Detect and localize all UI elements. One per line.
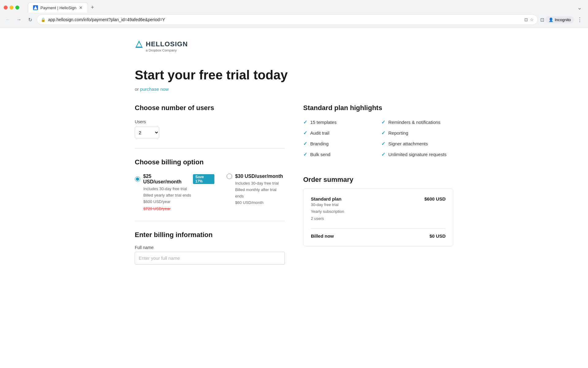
purchase-link-line: or purchase now: [135, 86, 453, 92]
billing-option-yearly: $25 USD/user/month Save 17% Includes 30-…: [135, 174, 214, 211]
check-icon-3: ✓: [381, 130, 385, 136]
full-name-input[interactable]: [135, 252, 285, 265]
check-icon-7: ✓: [381, 151, 385, 157]
highlight-text-5: Signer attachments: [388, 141, 428, 146]
tab-title: Payment | HelloSign: [40, 6, 77, 10]
maximize-window-button[interactable]: [15, 6, 19, 10]
order-plan-info: Standard plan 30-day free trial Yearly s…: [311, 196, 344, 222]
window-controls: [4, 6, 19, 10]
save-badge-yearly: Save 17%: [193, 174, 214, 184]
full-name-group: Full name: [135, 245, 285, 265]
order-plan-name: Standard plan: [311, 196, 344, 201]
incognito-label: Incognito: [555, 17, 571, 22]
divider-1: [135, 148, 285, 148]
lock-icon: 🔒: [41, 17, 46, 22]
order-plan-price: $600 USD: [424, 196, 446, 201]
billed-now-price: $0 USD: [429, 233, 446, 239]
billing-monthly-detail: Includes 30-day free trial Billed monthl…: [235, 180, 285, 206]
billing-yearly-price: $25 USD/user/month: [143, 174, 190, 185]
highlight-text-7: Unlimited signature requests: [388, 152, 447, 157]
billed-now-label: Billed now: [311, 233, 334, 239]
purchase-now-link[interactable]: purchase now: [140, 86, 169, 92]
refresh-button[interactable]: ↻: [26, 15, 34, 24]
order-summary-box: Standard plan 30-day free trial Yearly s…: [303, 189, 453, 246]
billing-yearly-original: $720 USD/year: [143, 206, 214, 211]
new-tab-button[interactable]: +: [88, 2, 97, 13]
page-title: Start your free trial today: [135, 67, 453, 83]
highlight-text-3: Reporting: [388, 130, 408, 136]
users-section-title: Choose number of users: [135, 104, 285, 112]
incognito-button[interactable]: 👤 Incognito: [545, 16, 574, 23]
check-icon-1: ✓: [381, 119, 385, 125]
highlight-text-6: Bulk send: [310, 152, 330, 157]
order-plan-details: 30-day free trial Yearly subscription 2 …: [311, 201, 344, 222]
bookmark-icon[interactable]: ☆: [530, 17, 534, 22]
tab-strip-more[interactable]: ⌄: [577, 4, 584, 11]
billing-monthly-price: $30 USD/user/month: [235, 174, 283, 179]
order-row-plan: Standard plan 30-day free trial Yearly s…: [311, 196, 446, 222]
logo-area: HELLOSIGN a Dropbox Company: [135, 40, 453, 52]
svg-marker-0: [34, 6, 37, 10]
tab-favicon: [33, 5, 38, 10]
highlight-item-5: ✓ Signer attachments: [381, 141, 453, 147]
minimize-window-button[interactable]: [9, 6, 13, 10]
billing-option-monthly-header: $30 USD/user/month: [227, 174, 285, 179]
or-text: or: [135, 86, 139, 92]
back-button[interactable]: ←: [4, 15, 12, 24]
highlight-item-0: ✓ 15 templates: [303, 119, 375, 125]
url-text: app.hellosign.com/info/payment?plan_id=4…: [48, 17, 522, 22]
highlight-item-7: ✓ Unlimited signature requests: [381, 151, 453, 157]
logo-text: HELLOSIGN: [146, 40, 188, 48]
right-col: Standard plan highlights ✓ 15 templates …: [303, 104, 453, 269]
cast-icon[interactable]: ⊡: [524, 17, 528, 22]
highlight-text-4: Branding: [310, 141, 329, 146]
billing-yearly-detail: Includes 30-day free trial Billed yearly…: [143, 186, 214, 205]
check-icon-0: ✓: [303, 119, 307, 125]
hellosign-logo-icon: [135, 40, 143, 48]
billing-option-monthly: $30 USD/user/month Includes 30-day free …: [227, 174, 285, 211]
browser-titlebar: Payment | HelloSign ✕ + ⌄: [0, 0, 588, 13]
address-bar-icons: ⊡ ☆: [524, 17, 534, 22]
forward-button[interactable]: →: [15, 15, 23, 24]
highlights-grid: ✓ 15 templates ✓ Reminders & notificatio…: [303, 119, 453, 157]
logo-main: HELLOSIGN: [135, 40, 188, 48]
order-divider: [311, 228, 446, 228]
close-window-button[interactable]: [4, 6, 8, 10]
address-bar[interactable]: 🔒 app.hellosign.com/info/payment?plan_id…: [37, 14, 538, 25]
users-select[interactable]: 1 2 3 4 5 6 7 8 9 10: [135, 127, 159, 138]
logo-sub: a Dropbox Company: [146, 48, 177, 52]
extension-icon[interactable]: ⊡: [540, 17, 544, 23]
order-summary-title: Order summary: [303, 176, 453, 184]
highlight-text-2: Audit trail: [310, 130, 330, 136]
highlight-item-2: ✓ Audit trail: [303, 130, 375, 136]
divider-2: [135, 221, 285, 221]
billing-radio-monthly[interactable]: [227, 174, 232, 179]
main-layout: Choose number of users Users 1 2 3 4 5 6…: [135, 104, 453, 269]
billing-radio-yearly[interactable]: [135, 176, 140, 182]
check-icon-2: ✓: [303, 130, 307, 136]
tab-close-button[interactable]: ✕: [79, 5, 83, 10]
billing-options: $25 USD/user/month Save 17% Includes 30-…: [135, 174, 285, 211]
browser-toolbar: ← → ↻ 🔒 app.hellosign.com/info/payment?p…: [0, 13, 588, 27]
highlight-text-1: Reminders & notifications: [388, 120, 440, 125]
active-tab[interactable]: Payment | HelloSign ✕: [28, 2, 88, 13]
billing-section-title: Choose billing option: [135, 158, 285, 166]
highlight-item-1: ✓ Reminders & notifications: [381, 119, 453, 125]
left-col: Choose number of users Users 1 2 3 4 5 6…: [135, 104, 285, 269]
highlight-text-0: 15 templates: [310, 120, 337, 125]
incognito-icon: 👤: [548, 17, 553, 22]
full-name-label: Full name: [135, 245, 285, 250]
billing-option-yearly-header: $25 USD/user/month Save 17%: [135, 174, 214, 185]
highlight-item-3: ✓ Reporting: [381, 130, 453, 136]
browser-menu-button[interactable]: ⋮: [575, 15, 584, 24]
billing-info-title: Enter billing information: [135, 231, 285, 239]
highlight-item-4: ✓ Branding: [303, 141, 375, 147]
logo-container: HELLOSIGN a Dropbox Company: [135, 40, 453, 52]
browser-chrome: Payment | HelloSign ✕ + ⌄ ← → ↻ 🔒 app.he…: [0, 0, 588, 28]
billed-now-row: Billed now $0 USD: [311, 233, 446, 239]
check-icon-4: ✓: [303, 141, 307, 147]
check-icon-6: ✓: [303, 151, 307, 157]
page-content: HELLOSIGN a Dropbox Company Start your f…: [110, 28, 478, 282]
check-icon-5: ✓: [381, 141, 385, 147]
highlight-item-6: ✓ Bulk send: [303, 151, 375, 157]
